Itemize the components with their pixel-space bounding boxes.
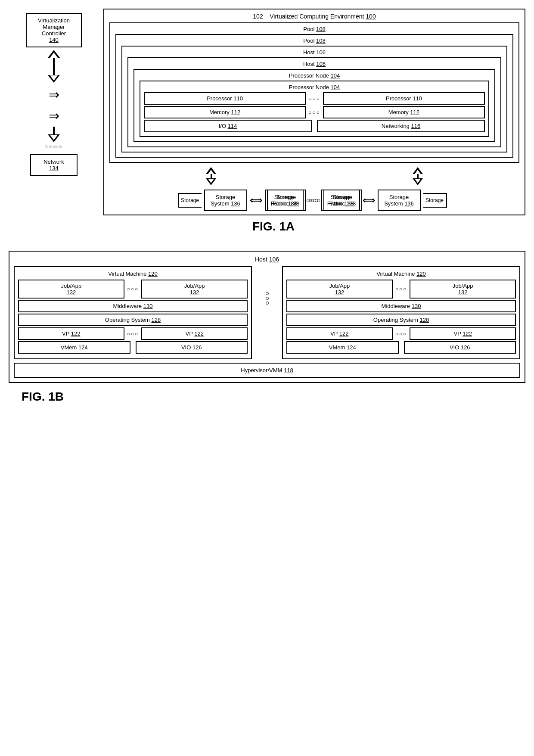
vmem-box-left: VMem 124 (18, 341, 130, 354)
job-app-row-right: Job/App132 ○○○ Job/App132 (286, 280, 516, 299)
storage-row-inner: StorageFabric 138 ○○○ StorageFabric 138 (108, 190, 521, 211)
down-arrow-icon (48, 134, 60, 142)
networking-box: Networking 116 (317, 120, 485, 132)
job-app-row-left: Job/App132 ○○○ Job/App132 (18, 280, 248, 299)
vmem-box-right: VMem 124 (286, 341, 399, 354)
right-arrow-icon: ⇒ (49, 87, 59, 102)
host-outer: Host 106 Host 106 Processor Node 104 Pro… (121, 46, 507, 152)
processor-box-2: Processor 110 (323, 92, 485, 105)
arrow-up-icon (48, 50, 60, 58)
down-arrow-area (48, 127, 60, 142)
vm-middle-dots (256, 266, 278, 305)
vp-dots-left: ○○○ (127, 331, 139, 337)
hypervisor-number: 118 (284, 367, 293, 373)
middleware-box-right: Middleware 130 (286, 300, 516, 312)
job-app-box-left-1: Job/App132 (18, 280, 124, 299)
fig1a-main: VirtualizationManagerController 140 (9, 9, 525, 215)
processor-dots: ○○○ (308, 96, 320, 102)
host-outer-1b: Host 106 Virtual Machine 120 Job/App132 … (9, 251, 525, 383)
dot-3 (266, 302, 269, 305)
virt-manager-number: 140 (31, 37, 77, 43)
host-title-1b: Host 106 (14, 256, 520, 263)
network-number: 134 (35, 165, 72, 171)
virt-manager-title: VirtualizationManagerController (31, 17, 77, 37)
vp-dots-right: ○○○ (395, 331, 407, 337)
network-area: Network Network 134 (30, 144, 78, 176)
job-app-box-right-1: Job/App132 (286, 280, 393, 299)
vp-box-left-2: VP 122 (141, 327, 248, 340)
vp-row-right: VP 122 ○○○ VP 122 (286, 327, 516, 340)
host-inner-title: Host 106 (132, 61, 497, 67)
fig1b: Host 106 Virtual Machine 120 Job/App132 … (9, 251, 525, 408)
pool-outer: Pool 108 Pool 108 Host 106 Host 106 (109, 22, 519, 163)
fig1a: VirtualizationManagerController 140 (9, 9, 525, 238)
job-app-dots-left: ○○○ (127, 286, 139, 292)
proc-node-outer: Processor Node 104 Processor Node 104 Pr… (134, 69, 495, 142)
proc-node-outer-title: Processor Node 104 (138, 72, 491, 79)
vp-box-left-1: VP 122 (18, 327, 124, 340)
dots-storage: ○○○ (308, 196, 321, 204)
up-arrow-area (48, 50, 60, 83)
job-app-dots-right: ○○○ (395, 286, 407, 292)
job-app-box-left-2: Job/App132 (141, 280, 248, 299)
os-box-right: Operating System 128 (286, 314, 516, 326)
memory-box-1: Memory 112 (144, 106, 306, 118)
hypervisor-box: Hypervisor/VMM 118 (14, 363, 520, 378)
vce-outer: 102 – Virtualized Computing Environment … (103, 9, 525, 215)
io-row: I/O 114 Networking 116 (144, 120, 485, 132)
vmem-vio-row-left: VMem 124 VIO 126 (18, 341, 248, 354)
job-app-box-right-2: Job/App132 (410, 280, 516, 299)
vp-box-right-2: VP 122 (410, 327, 516, 340)
right-arrow2-area: ⇒ (49, 108, 59, 123)
vm-right: Virtual Machine 120 Job/App132 ○○○ Job/A… (282, 266, 520, 359)
host-inner: Host 106 Processor Node 104 Processor No… (127, 57, 501, 147)
vm-right-title: Virtual Machine 120 (286, 271, 516, 277)
middleware-box-left: Middleware 130 (18, 300, 248, 312)
arrow-right-icon (48, 75, 60, 83)
vce-title: 102 – Virtualized Computing Environment … (108, 13, 521, 20)
vio-box-right: VIO 126 (404, 341, 516, 354)
pool-outer-title: Pool 108 (114, 26, 515, 32)
fig1b-label: FIG. 1B (22, 390, 64, 404)
vio-box-left: VIO 126 (136, 341, 248, 354)
right-arrow-area: ⇒ (49, 87, 59, 102)
left-panel: VirtualizationManagerController 140 (9, 9, 99, 215)
memory-box-2: Memory 112 (323, 106, 485, 118)
proc-node-inner-title: Processor Node 104 (144, 84, 485, 90)
os-box-left: Operating System 128 (18, 314, 248, 326)
dot-2 (266, 297, 269, 300)
dots-vertical (266, 292, 269, 305)
vm-left-title: Virtual Machine 120 (18, 271, 248, 277)
processor-row: Processor 110 ○○○ Processor 110 (144, 92, 485, 105)
processor-box-1: Processor 110 (144, 92, 306, 105)
host-outer-title: Host 106 (126, 49, 503, 56)
fig1a-label: FIG. 1A (252, 220, 295, 233)
memory-dots: ○○○ (308, 109, 320, 115)
page: VirtualizationManagerController 140 (9, 9, 525, 408)
memory-row: Memory 112 ○○○ Memory 112 (144, 106, 485, 118)
right-arrow2-icon: ⇒ (49, 108, 59, 123)
proc-node-inner: Processor Node 104 Processor 110 ○○○ Pro… (140, 81, 489, 137)
vm-row: Virtual Machine 120 Job/App132 ○○○ Job/A… (14, 266, 520, 359)
pool-inner-title: Pool 108 (120, 37, 509, 44)
vp-row-left: VP 122 ○○○ VP 122 (18, 327, 248, 340)
pool-inner: Pool 108 Host 106 Host 106 Processor Nod… (115, 34, 513, 158)
vce-number: 100 (366, 13, 376, 20)
storage-fabric-box-2: StorageFabric 138 (323, 190, 362, 211)
network-partial-label: Network (45, 144, 62, 149)
v-arrow-2 (413, 167, 423, 185)
storage-fabric-box-1: StorageFabric 138 (267, 190, 306, 211)
network-box: Network 134 (30, 154, 78, 176)
io-box: I/O 114 (144, 120, 312, 132)
vce-id: 102 – (253, 13, 268, 20)
vmem-vio-row-right: VMem 124 VIO 126 (286, 341, 516, 354)
network-label: Network (35, 159, 72, 165)
virt-manager-box: VirtualizationManagerController 140 (26, 13, 82, 47)
vp-box-right-1: VP 122 (286, 327, 393, 340)
vertical-arrows-row (108, 167, 521, 185)
v-arrow-1 (206, 167, 216, 185)
dot-1 (266, 292, 269, 295)
vm-left: Virtual Machine 120 Job/App132 ○○○ Job/A… (14, 266, 252, 359)
